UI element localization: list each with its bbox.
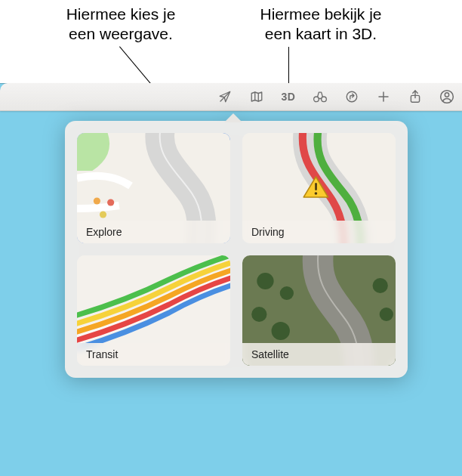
- map-mode-tile-satellite[interactable]: Satellite: [242, 255, 396, 366]
- map-mode-tile-driving[interactable]: Driving: [242, 133, 396, 243]
- svg-point-9: [445, 93, 448, 97]
- svg-rect-16: [315, 183, 317, 190]
- tile-label: Satellite: [242, 343, 396, 366]
- callout-line-1: Hiermee bekijk je: [260, 5, 381, 23]
- tile-label: Explore: [77, 221, 230, 243]
- svg-point-23: [272, 322, 290, 340]
- app-window: 3D: [0, 83, 462, 476]
- map-mode-tile-transit[interactable]: Transit: [77, 255, 230, 366]
- callout-choose-view: Hiermee kies je een weergave.: [45, 5, 196, 45]
- map-mode-tile-explore[interactable]: Explore: [77, 133, 230, 243]
- svg-point-25: [380, 308, 393, 321]
- callout-line-2: een kaart in 3D.: [265, 25, 377, 42]
- popover-body: Explore Driving: [65, 121, 408, 378]
- share-icon[interactable]: [408, 89, 423, 104]
- map-mode-icon[interactable]: [249, 89, 264, 104]
- callout-line-1: Hiermee kies je: [66, 5, 176, 23]
- account-icon[interactable]: [439, 89, 454, 104]
- 3d-button[interactable]: 3D: [281, 89, 296, 104]
- callout-3d: Hiermee bekijk je een kaart in 3D.: [242, 5, 400, 45]
- directions-icon[interactable]: [344, 89, 359, 104]
- svg-point-12: [107, 199, 114, 206]
- toolbar: 3D: [0, 83, 462, 111]
- svg-point-20: [257, 273, 273, 289]
- svg-point-11: [94, 198, 100, 205]
- svg-point-24: [373, 278, 388, 293]
- tile-label: Driving: [242, 221, 396, 243]
- svg-point-17: [315, 192, 318, 195]
- binoculars-icon[interactable]: [313, 89, 328, 104]
- popover-arrow: [224, 113, 242, 122]
- svg-point-3: [322, 97, 327, 102]
- svg-point-22: [251, 307, 266, 322]
- plus-icon[interactable]: [376, 89, 391, 104]
- svg-point-2: [314, 97, 319, 102]
- annotation-callouts: Hiermee kies je een weergave. Hiermee be…: [0, 0, 462, 83]
- tile-label: Transit: [77, 343, 230, 366]
- svg-point-21: [280, 286, 294, 300]
- svg-point-13: [100, 212, 106, 218]
- svg-point-4: [346, 91, 357, 102]
- callout-line-2: een weergave.: [69, 25, 173, 42]
- location-off-icon[interactable]: [217, 89, 233, 104]
- map-mode-popover: Explore Driving: [65, 121, 408, 378]
